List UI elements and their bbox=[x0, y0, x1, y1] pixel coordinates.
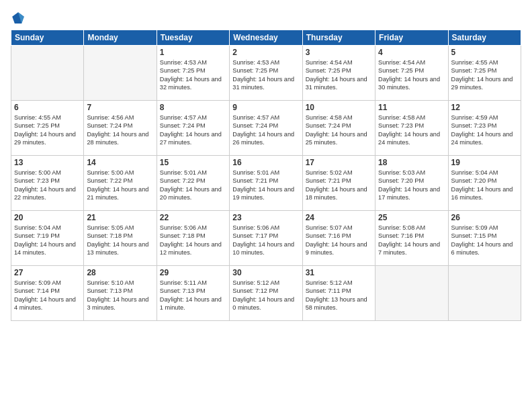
calendar-cell: 12Sunrise: 4:59 AM Sunset: 7:23 PM Dayli… bbox=[448, 101, 521, 156]
calendar-week-4: 20Sunrise: 5:04 AM Sunset: 7:19 PM Dayli… bbox=[11, 211, 521, 266]
calendar-week-2: 6Sunrise: 4:55 AM Sunset: 7:25 PM Daylig… bbox=[11, 101, 521, 156]
calendar-cell: 14Sunrise: 5:00 AM Sunset: 7:22 PM Dayli… bbox=[84, 156, 157, 211]
logo-icon bbox=[11, 11, 26, 26]
calendar-cell: 22Sunrise: 5:06 AM Sunset: 7:18 PM Dayli… bbox=[157, 211, 229, 266]
day-number: 5 bbox=[451, 48, 518, 57]
cell-details: Sunrise: 5:11 AM Sunset: 7:13 PM Dayligh… bbox=[160, 279, 226, 312]
calendar-week-3: 13Sunrise: 5:00 AM Sunset: 7:23 PM Dayli… bbox=[11, 156, 521, 211]
cell-details: Sunrise: 5:03 AM Sunset: 7:20 PM Dayligh… bbox=[378, 169, 445, 202]
calendar-cell bbox=[11, 46, 84, 101]
day-number: 13 bbox=[14, 158, 81, 167]
day-number: 28 bbox=[87, 268, 153, 277]
day-number: 14 bbox=[87, 158, 153, 167]
calendar-cell: 8Sunrise: 4:57 AM Sunset: 7:24 PM Daylig… bbox=[157, 101, 229, 156]
day-number: 15 bbox=[160, 158, 226, 167]
cell-details: Sunrise: 5:07 AM Sunset: 7:16 PM Dayligh… bbox=[306, 224, 372, 257]
cell-details: Sunrise: 4:55 AM Sunset: 7:25 PM Dayligh… bbox=[14, 113, 81, 147]
day-number: 25 bbox=[378, 213, 445, 222]
day-number: 3 bbox=[306, 48, 372, 57]
header bbox=[11, 8, 521, 26]
weekday-header-friday: Friday bbox=[375, 30, 448, 46]
calendar-cell: 28Sunrise: 5:10 AM Sunset: 7:13 PM Dayli… bbox=[84, 266, 157, 321]
cell-details: Sunrise: 5:04 AM Sunset: 7:19 PM Dayligh… bbox=[14, 224, 81, 257]
calendar-cell: 9Sunrise: 4:57 AM Sunset: 7:24 PM Daylig… bbox=[230, 101, 302, 156]
cell-details: Sunrise: 4:59 AM Sunset: 7:23 PM Dayligh… bbox=[451, 113, 518, 147]
day-number: 16 bbox=[232, 158, 299, 167]
cell-details: Sunrise: 4:57 AM Sunset: 7:24 PM Dayligh… bbox=[232, 113, 299, 147]
calendar-cell: 24Sunrise: 5:07 AM Sunset: 7:16 PM Dayli… bbox=[302, 211, 375, 266]
cell-details: Sunrise: 5:01 AM Sunset: 7:21 PM Dayligh… bbox=[232, 169, 299, 202]
day-number: 7 bbox=[87, 103, 153, 112]
calendar-cell: 25Sunrise: 5:08 AM Sunset: 7:16 PM Dayli… bbox=[375, 211, 448, 266]
cell-details: Sunrise: 5:09 AM Sunset: 7:14 PM Dayligh… bbox=[14, 279, 81, 312]
day-number: 1 bbox=[160, 48, 226, 57]
cell-details: Sunrise: 4:55 AM Sunset: 7:25 PM Dayligh… bbox=[451, 58, 518, 92]
cell-details: Sunrise: 5:12 AM Sunset: 7:11 PM Dayligh… bbox=[306, 279, 372, 312]
day-number: 30 bbox=[232, 268, 299, 277]
calendar-cell bbox=[448, 266, 521, 321]
calendar-cell: 3Sunrise: 4:54 AM Sunset: 7:25 PM Daylig… bbox=[302, 46, 375, 101]
day-number: 12 bbox=[451, 103, 518, 112]
calendar-cell: 2Sunrise: 4:53 AM Sunset: 7:25 PM Daylig… bbox=[230, 46, 302, 101]
day-number: 10 bbox=[306, 103, 372, 112]
cell-details: Sunrise: 5:04 AM Sunset: 7:20 PM Dayligh… bbox=[451, 169, 518, 202]
calendar-cell: 29Sunrise: 5:11 AM Sunset: 7:13 PM Dayli… bbox=[157, 266, 229, 321]
day-number: 26 bbox=[451, 213, 518, 222]
calendar-cell: 20Sunrise: 5:04 AM Sunset: 7:19 PM Dayli… bbox=[11, 211, 84, 266]
cell-details: Sunrise: 4:58 AM Sunset: 7:23 PM Dayligh… bbox=[378, 113, 445, 147]
calendar-cell: 1Sunrise: 4:53 AM Sunset: 7:25 PM Daylig… bbox=[157, 46, 229, 101]
cell-details: Sunrise: 4:56 AM Sunset: 7:24 PM Dayligh… bbox=[87, 113, 153, 147]
calendar-cell: 15Sunrise: 5:01 AM Sunset: 7:22 PM Dayli… bbox=[157, 156, 229, 211]
weekday-header-saturday: Saturday bbox=[448, 30, 521, 46]
weekday-header-monday: Monday bbox=[84, 30, 157, 46]
cell-details: Sunrise: 5:02 AM Sunset: 7:21 PM Dayligh… bbox=[306, 169, 372, 202]
calendar-cell: 31Sunrise: 5:12 AM Sunset: 7:11 PM Dayli… bbox=[302, 266, 375, 321]
weekday-header-thursday: Thursday bbox=[302, 30, 375, 46]
calendar-cell bbox=[375, 266, 448, 321]
calendar-cell: 18Sunrise: 5:03 AM Sunset: 7:20 PM Dayli… bbox=[375, 156, 448, 211]
cell-details: Sunrise: 5:00 AM Sunset: 7:22 PM Dayligh… bbox=[87, 169, 153, 202]
calendar-cell: 21Sunrise: 5:05 AM Sunset: 7:18 PM Dayli… bbox=[84, 211, 157, 266]
day-number: 17 bbox=[306, 158, 372, 167]
cell-details: Sunrise: 5:01 AM Sunset: 7:22 PM Dayligh… bbox=[160, 169, 226, 202]
calendar-cell: 30Sunrise: 5:12 AM Sunset: 7:12 PM Dayli… bbox=[230, 266, 302, 321]
calendar-cell: 23Sunrise: 5:06 AM Sunset: 7:17 PM Dayli… bbox=[230, 211, 302, 266]
weekday-header-tuesday: Tuesday bbox=[157, 30, 229, 46]
day-number: 23 bbox=[232, 213, 299, 222]
calendar-cell: 5Sunrise: 4:55 AM Sunset: 7:25 PM Daylig… bbox=[448, 46, 521, 101]
cell-details: Sunrise: 4:54 AM Sunset: 7:25 PM Dayligh… bbox=[306, 58, 372, 92]
day-number: 11 bbox=[378, 103, 445, 112]
day-number: 18 bbox=[378, 158, 445, 167]
cell-details: Sunrise: 5:08 AM Sunset: 7:16 PM Dayligh… bbox=[378, 224, 445, 257]
day-number: 20 bbox=[14, 213, 81, 222]
cell-details: Sunrise: 4:53 AM Sunset: 7:25 PM Dayligh… bbox=[160, 58, 226, 92]
cell-details: Sunrise: 5:05 AM Sunset: 7:18 PM Dayligh… bbox=[87, 224, 153, 257]
day-number: 8 bbox=[160, 103, 226, 112]
day-number: 21 bbox=[87, 213, 153, 222]
cell-details: Sunrise: 5:12 AM Sunset: 7:12 PM Dayligh… bbox=[232, 279, 299, 312]
calendar-page: SundayMondayTuesdayWednesdayThursdayFrid… bbox=[0, 0, 532, 411]
cell-details: Sunrise: 4:57 AM Sunset: 7:24 PM Dayligh… bbox=[160, 113, 226, 147]
cell-details: Sunrise: 5:06 AM Sunset: 7:18 PM Dayligh… bbox=[160, 224, 226, 257]
cell-details: Sunrise: 5:10 AM Sunset: 7:13 PM Dayligh… bbox=[87, 279, 153, 312]
calendar-cell bbox=[84, 46, 157, 101]
calendar-week-5: 27Sunrise: 5:09 AM Sunset: 7:14 PM Dayli… bbox=[11, 266, 521, 321]
calendar-cell: 10Sunrise: 4:58 AM Sunset: 7:24 PM Dayli… bbox=[302, 101, 375, 156]
day-number: 4 bbox=[378, 48, 445, 57]
cell-details: Sunrise: 5:06 AM Sunset: 7:17 PM Dayligh… bbox=[232, 224, 299, 257]
calendar-cell: 6Sunrise: 4:55 AM Sunset: 7:25 PM Daylig… bbox=[11, 101, 84, 156]
day-number: 29 bbox=[160, 268, 226, 277]
day-number: 31 bbox=[306, 268, 372, 277]
day-number: 22 bbox=[160, 213, 226, 222]
logo bbox=[11, 11, 27, 26]
cell-details: Sunrise: 5:09 AM Sunset: 7:15 PM Dayligh… bbox=[451, 224, 518, 257]
cell-details: Sunrise: 5:00 AM Sunset: 7:23 PM Dayligh… bbox=[14, 169, 81, 202]
calendar-cell: 26Sunrise: 5:09 AM Sunset: 7:15 PM Dayli… bbox=[448, 211, 521, 266]
day-number: 27 bbox=[14, 268, 81, 277]
calendar-cell: 11Sunrise: 4:58 AM Sunset: 7:23 PM Dayli… bbox=[375, 101, 448, 156]
weekday-header-wednesday: Wednesday bbox=[230, 30, 302, 46]
calendar-week-1: 1Sunrise: 4:53 AM Sunset: 7:25 PM Daylig… bbox=[11, 46, 521, 101]
calendar-cell: 19Sunrise: 5:04 AM Sunset: 7:20 PM Dayli… bbox=[448, 156, 521, 211]
weekday-header-row: SundayMondayTuesdayWednesdayThursdayFrid… bbox=[11, 30, 521, 46]
weekday-header-sunday: Sunday bbox=[11, 30, 84, 46]
